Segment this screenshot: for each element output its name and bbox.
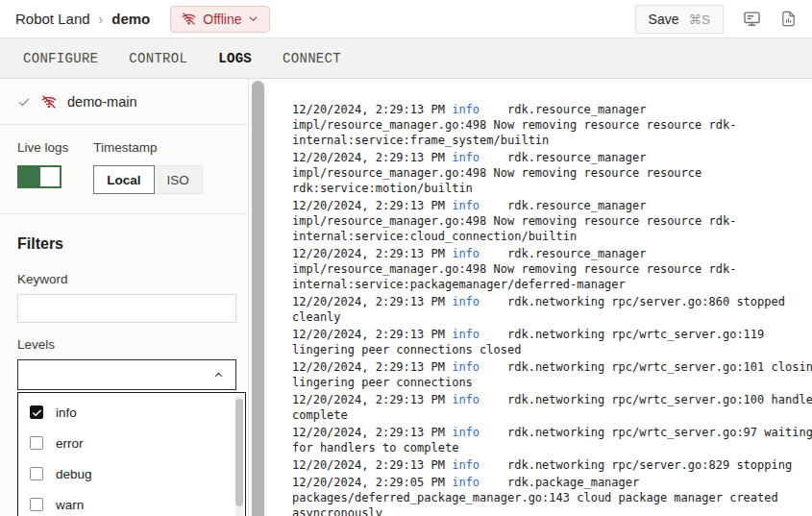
level-option-label: error xyxy=(56,436,84,451)
breadcrumb-current: demo xyxy=(111,11,150,27)
tab-bar: CONFIGURE CONTROL LOGS CONNECT xyxy=(0,38,812,79)
checkbox-unchecked[interactable] xyxy=(30,436,43,450)
toggle-knob xyxy=(40,167,60,186)
levels-select[interactable] xyxy=(17,359,236,390)
save-label: Save xyxy=(649,12,679,27)
save-shortcut: ⌘S xyxy=(688,12,710,27)
timestamp-label: Timestamp xyxy=(93,140,203,155)
timestamp-segmented: Local ISO xyxy=(93,165,203,194)
log-entry: 12/20/2024, 2:29:13 PM info rdk.networki… xyxy=(292,392,812,423)
level-option-label: warn xyxy=(56,498,84,512)
logs-sidebar: demo-main Live logs Timestamp Local ISO … xyxy=(0,79,248,516)
log-entry: 12/20/2024, 2:29:13 PM info rdk.networki… xyxy=(292,327,812,357)
keyword-input[interactable] xyxy=(17,294,236,323)
timestamp-option-local[interactable]: Local xyxy=(93,165,154,194)
log-level-badge: info xyxy=(452,328,480,341)
log-entry: 12/20/2024, 2:29:13 PM info rdk.resource… xyxy=(292,150,812,196)
part-row-demo-main[interactable]: demo-main xyxy=(0,79,248,125)
log-level-badge: info xyxy=(452,199,480,212)
offline-icon xyxy=(182,12,196,26)
log-level-badge: info xyxy=(452,458,480,472)
live-logs-toggle[interactable] xyxy=(17,165,62,188)
timestamp-option-iso[interactable]: ISO xyxy=(155,165,203,194)
level-option-label: debug xyxy=(56,467,92,481)
chevron-up-icon xyxy=(212,369,225,381)
check-icon xyxy=(17,95,31,109)
checkbox-unchecked[interactable] xyxy=(30,467,43,480)
status-badge[interactable]: Offline xyxy=(170,6,270,33)
part-offline-icon xyxy=(41,94,57,110)
levels-dropdown-panel: infoerrordebugwarnfatal xyxy=(17,392,246,516)
log-level-badge: info xyxy=(452,393,480,406)
log-controls: Live logs Timestamp Local ISO xyxy=(0,125,248,214)
log-entry: 12/20/2024, 2:29:05 PM info rdk.package_… xyxy=(292,475,812,516)
log-level-badge: info xyxy=(452,247,480,260)
log-entry: 12/20/2024, 2:29:13 PM info rdk.networki… xyxy=(292,457,812,473)
log-entry: 12/20/2024, 2:29:13 PM info rdk.networki… xyxy=(292,294,812,325)
chevron-down-icon xyxy=(248,13,258,24)
filters-section: Filters Keyword Levels infoerrordebugwar… xyxy=(0,214,248,516)
log-panel: 12/20/2024, 2:29:13 PM info rdk.resource… xyxy=(267,79,812,516)
checkbox-checked[interactable] xyxy=(30,405,43,419)
log-entry: 12/20/2024, 2:29:13 PM info rdk.resource… xyxy=(292,246,812,292)
log-level-badge: info xyxy=(452,426,480,439)
level-option-info[interactable]: info xyxy=(18,397,245,428)
main-content: demo-main Live logs Timestamp Local ISO … xyxy=(0,79,812,516)
breadcrumb-parent[interactable]: Robot Land xyxy=(15,11,90,27)
level-option-error[interactable]: error xyxy=(18,428,245,458)
tab-logs[interactable]: LOGS xyxy=(218,51,252,66)
filters-title: Filters xyxy=(17,235,231,253)
dropdown-scrollbar-thumb[interactable] xyxy=(235,399,243,506)
log-entry: 12/20/2024, 2:29:13 PM info rdk.resource… xyxy=(292,102,812,148)
checkbox-unchecked[interactable] xyxy=(30,498,43,511)
level-option-debug[interactable]: debug xyxy=(18,458,245,489)
sidebar-scrollbar-thumb[interactable] xyxy=(252,81,264,516)
sidebar-scrollbar-track[interactable] xyxy=(248,79,267,516)
live-logs-label: Live logs xyxy=(17,140,68,155)
timestamp-control: Timestamp Local ISO xyxy=(93,140,203,194)
log-level-badge: info xyxy=(452,151,480,164)
live-logs-control: Live logs xyxy=(17,140,68,194)
app-header: Robot Land › demo Offline Save ⌘S xyxy=(0,0,812,38)
part-name: demo-main xyxy=(67,94,137,110)
breadcrumb-separator-icon: › xyxy=(99,12,104,27)
log-entry: 12/20/2024, 2:29:13 PM info rdk.networki… xyxy=(292,359,812,390)
log-level-badge: info xyxy=(452,295,480,308)
file-chart-icon[interactable] xyxy=(780,11,797,27)
save-button[interactable]: Save ⌘S xyxy=(635,5,724,34)
level-option-label: info xyxy=(56,405,77,420)
header-actions: Save ⌘S xyxy=(635,5,797,34)
status-label: Offline xyxy=(203,12,241,27)
tab-control[interactable]: CONTROL xyxy=(129,51,187,66)
tab-connect[interactable]: CONNECT xyxy=(283,51,341,66)
machine-monitor-icon[interactable] xyxy=(743,10,761,28)
log-list: 12/20/2024, 2:29:13 PM info rdk.resource… xyxy=(292,102,812,516)
tab-configure[interactable]: CONFIGURE xyxy=(23,51,98,66)
keyword-label: Keyword xyxy=(17,272,231,286)
log-entry: 12/20/2024, 2:29:13 PM info rdk.networki… xyxy=(292,425,812,455)
level-option-warn[interactable]: warn xyxy=(18,489,245,516)
log-level-badge: info xyxy=(452,360,480,374)
levels-label: Levels xyxy=(17,337,231,352)
log-level-badge: info xyxy=(452,476,480,489)
breadcrumb: Robot Land › demo xyxy=(15,11,150,27)
log-level-badge: info xyxy=(452,103,480,116)
log-entry: 12/20/2024, 2:29:13 PM info rdk.resource… xyxy=(292,198,812,244)
